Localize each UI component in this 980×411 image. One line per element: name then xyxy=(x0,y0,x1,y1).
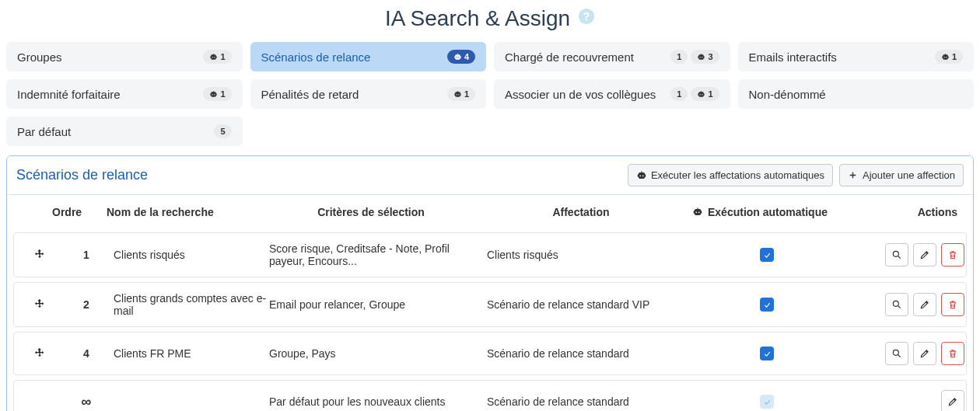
tab-badges: 13 xyxy=(670,50,719,64)
svg-point-2 xyxy=(893,251,898,256)
row-auto xyxy=(689,395,845,409)
row-criteria: Score risque, Creditsafe - Note, Profil … xyxy=(269,242,487,267)
col-name: Nom de la recherche xyxy=(107,206,262,218)
row-assign: Scénario de relance standard xyxy=(487,347,689,360)
tab-label: Non-dénommé xyxy=(749,88,826,101)
row-auto xyxy=(689,248,845,262)
search-button[interactable] xyxy=(885,342,908,365)
tab-item[interactable]: Emails interactifs1 xyxy=(738,42,975,71)
delete-button[interactable] xyxy=(941,342,964,365)
badge: 1 xyxy=(935,50,963,64)
robot-icon xyxy=(453,53,462,61)
auto-checkbox[interactable] xyxy=(760,298,774,312)
robot-icon xyxy=(209,53,218,61)
row-auto xyxy=(689,347,845,360)
edit-button[interactable] xyxy=(913,293,936,316)
panel-title: Scénarios de relance xyxy=(16,167,148,183)
col-assign: Affectation xyxy=(480,206,682,218)
badge: 3 xyxy=(691,50,719,64)
auto-checkbox xyxy=(760,395,774,409)
drag-handle[interactable] xyxy=(20,249,59,261)
exec-auto-label: Exécuter les affectations automatiques xyxy=(651,169,824,181)
robot-icon xyxy=(697,53,705,61)
edit-button[interactable] xyxy=(913,243,936,266)
badge: 1 xyxy=(447,87,475,101)
panel-actions: Exécuter les affectations automatiques A… xyxy=(628,164,964,186)
tab-badges: 5 xyxy=(214,124,231,138)
badge-count: 5 xyxy=(220,126,225,137)
search-button[interactable] xyxy=(885,243,908,266)
edit-button[interactable] xyxy=(913,342,936,365)
tab-item[interactable]: Non-dénommé xyxy=(738,79,975,109)
add-assignment-button[interactable]: Ajouter une affection xyxy=(839,164,964,186)
badge-count: 1 xyxy=(464,89,469,99)
row-name: Clients risqués xyxy=(114,249,269,261)
tab-label: Pénalités de retard xyxy=(261,88,359,101)
badge-count: 1 xyxy=(220,51,225,62)
row-criteria: Groupe, Pays xyxy=(269,347,487,360)
row-actions xyxy=(885,293,974,316)
tab-item[interactable]: Par défaut5 xyxy=(6,117,243,146)
tab-badges: 11 xyxy=(670,87,719,101)
row-name: Clients grands comptes avec e-mail xyxy=(114,292,269,317)
col-order: Ordre xyxy=(52,206,107,218)
add-assignment-label: Ajouter une affection xyxy=(863,169,955,181)
row-order: ∞ xyxy=(59,394,114,410)
drag-handle[interactable] xyxy=(20,298,59,311)
row-assign: Scénario de relance standard VIP xyxy=(487,298,689,311)
delete-button[interactable] xyxy=(941,243,964,266)
tab-item[interactable]: Indemnité forfaitaire1 xyxy=(6,79,243,109)
row-criteria: Par défaut pour les nouveaux clients xyxy=(269,395,487,408)
row-order: 2 xyxy=(59,298,114,311)
tab-badges: 1 xyxy=(203,50,231,64)
tab-label: Emails interactifs xyxy=(749,51,837,64)
svg-line-3 xyxy=(898,256,901,259)
badge: 1 xyxy=(670,87,688,101)
badge-count: 1 xyxy=(708,89,712,99)
svg-line-5 xyxy=(898,306,901,308)
tab-badges: 1 xyxy=(447,87,475,101)
drag-handle[interactable] xyxy=(20,347,59,360)
tab-item[interactable]: Scénarios de relance4 xyxy=(250,42,487,71)
exec-auto-button[interactable]: Exécuter les affectations automatiques xyxy=(628,164,833,186)
tab-badges: 1 xyxy=(935,50,963,64)
help-icon[interactable]: ? xyxy=(578,8,595,30)
row-order: 1 xyxy=(59,249,114,261)
table-row: 1Clients risquésScore risque, Creditsafe… xyxy=(13,232,967,277)
badge-count: 1 xyxy=(677,51,681,62)
tab-item[interactable]: Groupes1 xyxy=(6,42,243,71)
edit-button[interactable] xyxy=(941,390,964,411)
table-row: ∞Par défaut pour les nouveaux clientsScé… xyxy=(13,380,967,411)
delete-button[interactable] xyxy=(941,293,964,316)
table-row: 4Clients FR PMEGroupe, PaysScénario de r… xyxy=(13,332,967,375)
col-actions: Actions xyxy=(918,206,970,218)
badge-count: 1 xyxy=(952,51,957,62)
row-name: Clients FR PME xyxy=(114,347,269,360)
robot-icon xyxy=(636,170,646,180)
svg-point-6 xyxy=(893,350,898,355)
badge: 1 xyxy=(691,87,719,101)
tab-item[interactable]: Chargé de recouvrement13 xyxy=(494,42,730,71)
badge: 5 xyxy=(214,124,231,138)
col-auto: Exécution automatique xyxy=(682,206,838,218)
auto-checkbox[interactable] xyxy=(760,347,774,360)
tab-label: Groupes xyxy=(17,51,62,64)
tab-item[interactable]: Associer un de vos collègues11 xyxy=(494,79,730,109)
badge-count: 4 xyxy=(464,51,469,62)
tab-badges: 1 xyxy=(203,87,231,101)
robot-icon xyxy=(692,207,703,218)
badge: 1 xyxy=(670,50,688,64)
table-body: 1Clients risquésScore risque, Creditsafe… xyxy=(7,232,973,411)
page-title-text: IA Search & Assign xyxy=(385,6,570,31)
badge: 1 xyxy=(203,87,231,101)
row-actions xyxy=(941,390,974,411)
auto-checkbox[interactable] xyxy=(760,248,774,262)
svg-text:?: ? xyxy=(583,11,590,23)
table-header: Ordre Nom de la recherche Critères de sé… xyxy=(7,195,973,228)
tab-item[interactable]: Pénalités de retard1 xyxy=(250,79,487,109)
badge: 4 xyxy=(447,50,475,64)
search-button[interactable] xyxy=(885,293,908,316)
row-criteria: Email pour relancer, Groupe xyxy=(269,298,487,311)
row-auto xyxy=(689,298,845,312)
tab-label: Indemnité forfaitaire xyxy=(17,88,121,101)
